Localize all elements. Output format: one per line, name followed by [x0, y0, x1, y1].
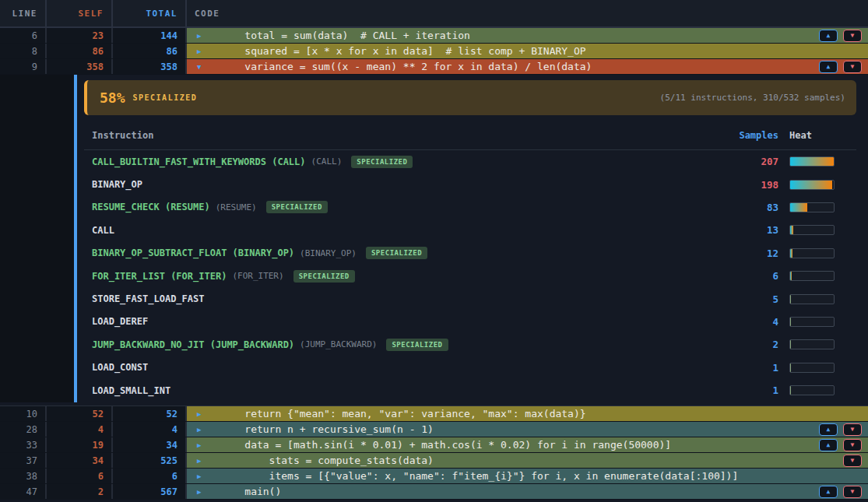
- line-number-cell: 10: [0, 406, 47, 421]
- source-code-text: return n + recursive_sum(n - 1): [220, 423, 819, 435]
- column-header-code[interactable]: CODE: [187, 0, 868, 26]
- instruction-name: JUMP_BACKWARD_NO_JIT (JUMP_BACKWARD): [92, 339, 294, 350]
- profiler-app: LINE SELF TOTAL CODE 623144▶ total = sum…: [0, 0, 868, 502]
- self-samples-cell: 52: [47, 406, 113, 421]
- code-cell[interactable]: ▶ data = [math.sin(i * 0.01) + math.cos(…: [187, 437, 868, 452]
- heat-bar: [789, 363, 835, 373]
- code-line-row[interactable]: 472567▶ main()▲▼: [0, 484, 868, 500]
- instruction-name: LOAD_CONST: [92, 362, 148, 373]
- code-cell[interactable]: ▶ items = [{"value": x, "name": f"item_{…: [187, 469, 868, 483]
- jump-down-button[interactable]: ▼: [843, 61, 862, 73]
- instruction-base-opcode: (CALL): [311, 156, 343, 167]
- instruction-base-opcode: (JUMP_BACKWARD): [300, 339, 377, 349]
- source-code-text: stats = compute_stats(data): [220, 455, 843, 466]
- code-cell[interactable]: ▶ total = sum(data) # CALL + iteration▲▼: [187, 28, 868, 43]
- instruction-row: STORE_FAST_LOAD_FAST5: [84, 287, 856, 310]
- instruction-samples-count: 1: [722, 362, 778, 374]
- code-line-row[interactable]: 3866▶ items = [{"value": x, "name": f"it…: [0, 469, 868, 484]
- line-number-cell: 33: [0, 437, 47, 452]
- expand-expander-icon[interactable]: ▶: [197, 32, 206, 40]
- instruction-row: CALL_BUILTIN_FAST_WITH_KEYWORDS (CALL)(C…: [84, 150, 856, 173]
- instruction-row: BINARY_OP198: [84, 173, 856, 195]
- expand-expander-icon[interactable]: ▶: [197, 410, 206, 418]
- code-line-row[interactable]: 331934▶ data = [math.sin(i * 0.01) + mat…: [0, 437, 868, 453]
- jump-up-button[interactable]: ▲: [819, 61, 838, 73]
- arrow-down-icon: ▼: [851, 32, 855, 39]
- code-cell[interactable]: ▶ return {"mean": mean, "var": variance,…: [187, 406, 868, 421]
- specialized-label: SPECIALIZED: [133, 93, 198, 102]
- heat-cell: [778, 156, 856, 167]
- specialized-badge: SPECIALIZED: [351, 156, 413, 168]
- specialized-badge: SPECIALIZED: [366, 247, 427, 259]
- code-cell[interactable]: ▶ squared = [x * x for x in data] # list…: [187, 44, 868, 58]
- jump-up-button[interactable]: ▲: [819, 423, 838, 436]
- heat-cell: [778, 271, 856, 281]
- code-line-row[interactable]: 2844▶ return n + recursive_sum(n - 1)▲▼: [0, 422, 868, 437]
- row-nav-buttons: ▼: [843, 455, 862, 467]
- code-cell[interactable]: ▼ variance = sum((x - mean) ** 2 for x i…: [187, 59, 868, 74]
- code-line-row[interactable]: 88686▶ squared = [x * x for x in data] #…: [0, 44, 868, 59]
- heat-bar: [789, 385, 835, 395]
- row-nav-buttons: ▲▼: [819, 439, 862, 451]
- total-samples-cell: 86: [113, 44, 187, 58]
- jump-down-button[interactable]: ▼: [843, 30, 862, 42]
- instruction-row: LOAD_CONST1: [84, 356, 856, 379]
- code-cell[interactable]: ▶ stats = compute_stats(data)▼: [187, 453, 868, 468]
- heat-bar-fill: [790, 318, 791, 326]
- heat-cell: [778, 363, 856, 373]
- instruction-samples-count: 207: [722, 156, 778, 167]
- expand-expander-icon[interactable]: ▶: [197, 426, 206, 434]
- source-code-text: squared = [x * x for x in data] # list c…: [220, 45, 862, 57]
- jump-down-button[interactable]: ▼: [843, 423, 862, 436]
- arrow-down-icon: ▼: [851, 488, 855, 495]
- instruction-row: BINARY_OP_SUBTRACT_FLOAT (BINARY_OP)(BIN…: [84, 242, 856, 265]
- jump-up-button[interactable]: ▲: [819, 439, 838, 451]
- code-line-row[interactable]: 623144▶ total = sum(data) # CALL + itera…: [0, 28, 868, 44]
- code-line-row[interactable]: 3734525▶ stats = compute_stats(data)▼: [0, 453, 868, 469]
- jump-down-button[interactable]: ▼: [843, 455, 862, 467]
- total-samples-cell: 525: [113, 453, 187, 468]
- row-nav-buttons: ▲▼: [819, 423, 862, 436]
- column-header-line[interactable]: LINE: [0, 0, 47, 26]
- column-header-total[interactable]: TOTAL: [113, 0, 187, 26]
- specialization-summary: (5/11 instructions, 310/532 samples): [660, 93, 845, 103]
- jump-down-button[interactable]: ▼: [843, 486, 862, 498]
- specialized-badge: SPECIALIZED: [386, 339, 448, 351]
- collapse-expander-icon[interactable]: ▼: [197, 63, 206, 71]
- line-number-cell: 37: [0, 453, 47, 468]
- instruction-row: CALL13: [84, 219, 856, 241]
- expand-expander-icon[interactable]: ▶: [197, 472, 206, 480]
- specialization-panel: 58% SPECIALIZED (5/11 instructions, 310/…: [84, 75, 856, 402]
- jump-down-button[interactable]: ▼: [843, 439, 862, 451]
- code-cell[interactable]: ▶ return n + recursive_sum(n - 1)▲▼: [187, 422, 868, 437]
- code-cell[interactable]: ▶ main()▲▼: [187, 484, 868, 499]
- heat-cell: [778, 225, 856, 235]
- heat-bar-fill: [790, 157, 834, 166]
- expand-expander-icon[interactable]: ▶: [197, 488, 206, 496]
- specialized-badge: SPECIALIZED: [266, 201, 328, 213]
- heat-bar-fill: [790, 386, 791, 395]
- expand-expander-icon[interactable]: ▶: [197, 47, 206, 55]
- code-line-row[interactable]: 9358358▼ variance = sum((x - mean) ** 2 …: [0, 59, 868, 75]
- arrow-up-icon: ▲: [827, 488, 831, 495]
- total-samples-cell: 6: [113, 469, 187, 483]
- heat-bar-fill: [790, 295, 791, 304]
- source-code-text: total = sum(data) # CALL + iteration: [220, 30, 819, 41]
- arrow-down-icon: ▼: [851, 63, 855, 70]
- self-samples-cell: 34: [47, 453, 113, 468]
- instruction-samples-count: 198: [722, 179, 778, 191]
- expand-expander-icon[interactable]: ▶: [197, 441, 206, 449]
- arrow-up-icon: ▲: [827, 63, 831, 70]
- total-samples-cell: 358: [113, 59, 187, 74]
- column-header-self[interactable]: SELF: [47, 0, 113, 26]
- row-nav-buttons: ▲▼: [819, 61, 862, 73]
- jump-up-button[interactable]: ▲: [819, 486, 838, 498]
- code-line-row[interactable]: 105252▶ return {"mean": mean, "var": var…: [0, 406, 868, 422]
- source-code-text: variance = sum((x - mean) ** 2 for x in …: [220, 61, 819, 72]
- self-samples-cell: 6: [47, 469, 113, 483]
- instruction-row: JUMP_BACKWARD_NO_JIT (JUMP_BACKWARD)(JUM…: [84, 333, 856, 356]
- jump-up-button[interactable]: ▲: [819, 30, 838, 42]
- code-table-top: 623144▶ total = sum(data) # CALL + itera…: [0, 28, 868, 75]
- expand-expander-icon[interactable]: ▶: [197, 457, 206, 465]
- instruction-name: STORE_FAST_LOAD_FAST: [92, 293, 205, 304]
